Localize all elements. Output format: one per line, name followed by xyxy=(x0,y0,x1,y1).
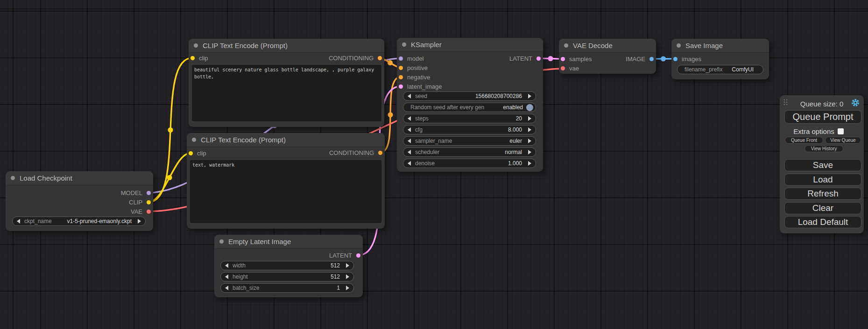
load-button[interactable]: Load xyxy=(784,174,861,186)
node-load-checkpoint[interactable]: Load CheckpointMODELCLIPVAEckpt_namev1-5… xyxy=(6,171,153,231)
widget-value: normal xyxy=(505,149,522,155)
widget-value: 1 xyxy=(337,285,340,291)
widget-seed[interactable]: seed156680208700286 xyxy=(403,91,536,101)
input-dot-vae[interactable] xyxy=(561,66,565,70)
view-history-button[interactable]: View History xyxy=(804,145,843,152)
node-clip-text-encode-positive[interactable]: CLIP Text Encode (Prompt)clipCONDITIONIN… xyxy=(189,39,384,127)
input-label: negative xyxy=(407,74,430,81)
output-dot-CONDITIONING[interactable] xyxy=(378,56,382,60)
input-label: clip xyxy=(199,55,208,62)
widget-batch_size[interactable]: batch_size1 xyxy=(220,283,354,293)
increment-arrow-icon[interactable] xyxy=(138,219,141,224)
node-clip-text-encode-negative[interactable]: CLIP Text Encode (Prompt)clipCONDITIONIN… xyxy=(187,133,385,229)
increment-arrow-icon[interactable] xyxy=(346,274,349,279)
refresh-button[interactable]: Refresh xyxy=(784,188,861,200)
increment-arrow-icon[interactable] xyxy=(346,263,349,268)
decrement-arrow-icon[interactable] xyxy=(225,263,228,268)
link-midpoint-dot-4[interactable] xyxy=(388,112,393,118)
increment-arrow-icon[interactable] xyxy=(528,127,531,132)
node-save-image[interactable]: Save Imageimagesfilename_prefixComfyUI xyxy=(671,39,769,79)
output-label: MODEL xyxy=(121,189,142,196)
widget-ckpt_name[interactable]: ckpt_namev1-5-pruned-emaonly.ckpt xyxy=(12,217,146,226)
input-dot-samples[interactable] xyxy=(561,57,565,61)
decrement-arrow-icon[interactable] xyxy=(225,286,228,290)
output-dot-CONDITIONING[interactable] xyxy=(378,151,382,155)
node-status-dot xyxy=(11,176,15,180)
input-dot-model[interactable] xyxy=(399,56,403,61)
node-status-dot xyxy=(192,138,196,142)
decrement-arrow-icon[interactable] xyxy=(408,150,411,154)
widget-steps[interactable]: steps20 xyxy=(403,114,536,123)
widget-denoise[interactable]: denoise1.000 xyxy=(403,159,536,168)
widget-random-seed-after-every-gen[interactable]: Random seed after every genenabled xyxy=(403,103,536,112)
widget-height[interactable]: height512 xyxy=(220,272,354,281)
comfy-menu: Queue size: 0 Queue Prompt Extra options… xyxy=(780,95,864,233)
increment-arrow-icon[interactable] xyxy=(528,161,531,166)
output-dot-LATENT[interactable] xyxy=(536,56,541,61)
widget-filename_prefix[interactable]: filename_prefixComfyUI xyxy=(677,65,763,74)
link-midpoint-dot-6[interactable] xyxy=(548,56,553,61)
link-midpoint-dot-1[interactable] xyxy=(168,127,173,133)
widget-width[interactable]: width512 xyxy=(220,261,354,270)
queue-prompt-button[interactable]: Queue Prompt xyxy=(784,110,861,124)
output-slot-CONDITIONING: CONDITIONING xyxy=(329,148,382,157)
graph-canvas[interactable]: Load CheckpointMODELCLIPVAEckpt_namev1-5… xyxy=(0,0,868,329)
node-ksampler[interactable]: KSamplermodelpositivenegativelatent_imag… xyxy=(397,38,543,172)
widget-scheduler[interactable]: schedulernormal xyxy=(403,147,536,157)
node-title-bar[interactable]: Empty Latent Image xyxy=(214,235,363,249)
output-dot-VAE[interactable] xyxy=(147,210,151,214)
node-title-bar[interactable]: KSampler xyxy=(397,38,543,52)
node-status-dot xyxy=(677,43,681,48)
node-empty-latent-image[interactable]: Empty Latent ImageLATENTwidth512height51… xyxy=(214,235,363,297)
view-queue-button[interactable]: View Queue xyxy=(825,137,861,144)
widget-label: Random seed after every gen xyxy=(410,104,484,111)
input-dot-clip[interactable] xyxy=(189,151,193,155)
prompt-textarea[interactable]: text, watermark xyxy=(190,160,381,223)
increment-arrow-icon[interactable] xyxy=(528,139,531,143)
input-dot-clip[interactable] xyxy=(191,56,195,60)
node-title-bar[interactable]: VAE Decode xyxy=(559,39,656,53)
input-dot-latent_image[interactable] xyxy=(399,84,403,89)
output-label: VAE xyxy=(131,208,142,215)
output-label: CONDITIONING xyxy=(329,55,374,62)
output-dot-CLIP[interactable] xyxy=(147,200,151,204)
increment-arrow-icon[interactable] xyxy=(528,94,531,98)
decrement-arrow-icon[interactable] xyxy=(408,94,411,98)
load-default-button[interactable]: Load Default xyxy=(784,216,861,228)
input-dot-images[interactable] xyxy=(673,57,677,61)
node-title-bar[interactable]: CLIP Text Encode (Prompt) xyxy=(189,39,384,53)
output-dot-IMAGE[interactable] xyxy=(649,57,654,61)
input-label: model xyxy=(407,55,423,62)
widget-sampler_name[interactable]: sampler_nameeuler xyxy=(403,136,536,146)
input-dot-positive[interactable] xyxy=(399,66,403,70)
queue-front-button[interactable]: Queue Front xyxy=(785,137,823,144)
decrement-arrow-icon[interactable] xyxy=(17,219,20,224)
settings-gear-icon[interactable] xyxy=(851,98,860,107)
clear-button[interactable]: Clear xyxy=(784,202,861,214)
node-title-bar[interactable]: Load Checkpoint xyxy=(6,171,153,185)
node-title-bar[interactable]: Save Image xyxy=(671,39,769,53)
node-title-bar[interactable]: CLIP Text Encode (Prompt) xyxy=(187,133,385,147)
widget-cfg[interactable]: cfg8.000 xyxy=(403,125,536,134)
increment-arrow-icon[interactable] xyxy=(528,116,531,121)
save-button[interactable]: Save xyxy=(784,159,861,171)
link-midpoint-dot-3[interactable] xyxy=(388,60,393,65)
extra-options-checkbox[interactable] xyxy=(838,128,844,134)
node-title: Load Checkpoint xyxy=(20,174,72,182)
node-vae-decode[interactable]: VAE DecodesamplesvaeIMAGE xyxy=(559,39,656,74)
link-midpoint-dot-2[interactable] xyxy=(167,175,172,180)
output-dot-LATENT[interactable] xyxy=(356,253,360,258)
input-dot-negative[interactable] xyxy=(399,75,403,79)
toggle-indicator[interactable] xyxy=(526,104,533,111)
decrement-arrow-icon[interactable] xyxy=(225,274,228,279)
output-dot-MODEL[interactable] xyxy=(147,191,151,195)
decrement-arrow-icon[interactable] xyxy=(408,161,411,166)
prompt-textarea[interactable]: beautiful scenery nature glass bottle la… xyxy=(192,65,381,121)
increment-arrow-icon[interactable] xyxy=(528,150,531,154)
decrement-arrow-icon[interactable] xyxy=(408,116,411,121)
decrement-arrow-icon[interactable] xyxy=(408,127,411,132)
decrement-arrow-icon[interactable] xyxy=(408,139,411,143)
widget-value: v1-5-pruned-emaonly.ckpt xyxy=(67,218,132,224)
link-midpoint-dot-8[interactable] xyxy=(661,56,666,62)
increment-arrow-icon[interactable] xyxy=(346,286,349,290)
